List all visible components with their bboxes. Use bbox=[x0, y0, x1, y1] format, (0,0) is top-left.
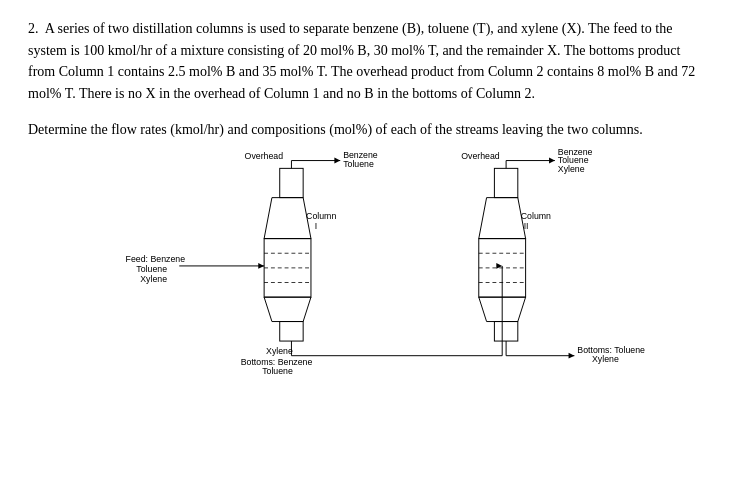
overhead1-label: Overhead bbox=[245, 151, 284, 161]
svg-marker-20 bbox=[334, 158, 340, 164]
col2-label2: II bbox=[524, 221, 529, 231]
problem-text: 2. A series of two distillation columns … bbox=[28, 18, 711, 105]
col1-label: Column bbox=[306, 212, 336, 222]
overhead2-products3: Xylene bbox=[558, 165, 585, 175]
svg-marker-17 bbox=[258, 263, 264, 269]
overhead2-label: Overhead bbox=[461, 151, 500, 161]
bottoms2-label2: Xylene bbox=[592, 354, 619, 364]
svg-marker-30 bbox=[569, 353, 575, 359]
svg-rect-8 bbox=[494, 169, 517, 198]
feed-label: Feed: Benzene bbox=[126, 254, 186, 264]
bottoms1-label2: Toluene bbox=[262, 367, 293, 377]
bottoms1-label3: Xylene bbox=[266, 346, 293, 356]
problem-number: 2. bbox=[28, 21, 39, 36]
svg-marker-27 bbox=[549, 158, 555, 164]
paragraph1: A series of two distillation columns is … bbox=[28, 21, 695, 101]
svg-marker-9 bbox=[479, 198, 526, 239]
diagram-area: Feed: Benzene Toluene Xylene Overhead Be… bbox=[28, 148, 711, 378]
feed-label2: Toluene bbox=[136, 264, 167, 274]
determine-text: Determine the flow rates (kmol/hr) and c… bbox=[28, 119, 711, 141]
page: 2. A series of two distillation columns … bbox=[0, 0, 739, 388]
diagram-svg: Feed: Benzene Toluene Xylene Overhead Be… bbox=[28, 148, 711, 378]
overhead1-products2: Toluene bbox=[343, 160, 374, 170]
col2-label: Column bbox=[521, 212, 551, 222]
feed-label3: Xylene bbox=[140, 274, 167, 284]
svg-rect-12 bbox=[494, 322, 517, 342]
svg-rect-0 bbox=[280, 169, 303, 198]
svg-marker-3 bbox=[264, 298, 311, 322]
svg-rect-4 bbox=[280, 322, 303, 342]
col1-label2: I bbox=[315, 221, 317, 231]
overhead1-products: Benzene bbox=[343, 150, 378, 160]
svg-marker-1 bbox=[264, 198, 311, 239]
